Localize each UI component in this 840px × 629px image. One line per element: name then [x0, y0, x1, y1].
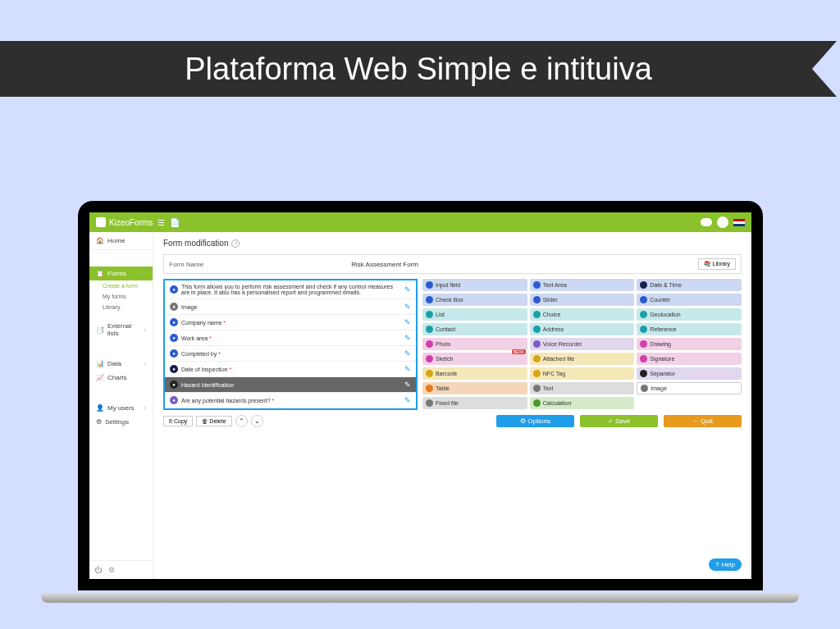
sidebar-item-data[interactable]: 📊 Data‹: [89, 357, 153, 371]
sidebar-item-users[interactable]: 👤 My users‹: [89, 401, 153, 415]
sidebar-item-external[interactable]: 📑 External lists‹: [89, 319, 153, 340]
palette-item[interactable]: Geolocation: [637, 308, 742, 321]
avatar[interactable]: [717, 217, 728, 228]
edit-field-icon[interactable]: ✎: [404, 303, 411, 311]
sidebar-item-home[interactable]: 🏠 Home: [89, 232, 153, 250]
menu-icon[interactable]: ☰: [158, 218, 165, 227]
sidebar-item-charts[interactable]: 📈 Charts: [89, 371, 153, 385]
palette-item[interactable]: Input field: [422, 279, 527, 291]
form-name-value[interactable]: Risk Assessment Form: [351, 261, 418, 268]
palette-label: Signature: [650, 356, 674, 362]
palette-label: Fixed file: [436, 400, 459, 406]
palette-item[interactable]: Fixed file: [422, 397, 527, 409]
palette-item[interactable]: Contact: [422, 323, 527, 335]
palette-icon: [533, 296, 541, 303]
edit-field-icon[interactable]: ✎: [404, 396, 411, 404]
palette-item[interactable]: Slider: [530, 294, 635, 306]
help-button[interactable]: ? Help: [709, 558, 742, 571]
save-button[interactable]: ✓ Save: [580, 415, 658, 427]
palette-icon: [426, 340, 433, 348]
palette-label: Contact: [436, 326, 455, 332]
palette-icon: [426, 399, 433, 407]
palette-icon: [426, 326, 433, 333]
cloud-icon[interactable]: [701, 218, 712, 226]
delete-button[interactable]: 🗑 Delete: [196, 416, 231, 426]
palette-item[interactable]: Photo: [422, 338, 527, 350]
sidebar-item-settings[interactable]: ⚙ Settings: [89, 415, 153, 429]
palette-label: Text Area: [543, 282, 567, 288]
palette-label: Address: [543, 326, 564, 332]
palette-icon: [533, 399, 541, 407]
library-button[interactable]: 📚 Library: [698, 258, 736, 270]
form-field[interactable]: ●Work area *✎: [165, 330, 416, 346]
edit-field-icon[interactable]: ✎: [404, 349, 411, 358]
palette-icon: [640, 296, 647, 303]
palette-item[interactable]: Reference: [637, 323, 742, 335]
palette-item[interactable]: Counter: [637, 294, 742, 306]
options-button[interactable]: ⚙ Options: [496, 415, 574, 427]
chevron-left-icon: ‹: [144, 405, 146, 411]
palette-icon: [426, 281, 433, 289]
edit-field-icon[interactable]: ✎: [404, 381, 411, 389]
sidebar-item-forms[interactable]: 📋 Forms⌄: [89, 267, 153, 280]
palette-label: Reference: [650, 326, 676, 332]
flag-icon[interactable]: [733, 219, 745, 226]
edit-field-icon[interactable]: ✎: [404, 334, 411, 342]
palette-item[interactable]: Address: [530, 323, 635, 335]
palette-item[interactable]: Image: [637, 382, 742, 394]
palette-item[interactable]: SketchBETA: [422, 353, 527, 365]
palette-label: Date & Time: [650, 282, 682, 288]
edit-field-icon[interactable]: ✎: [404, 365, 411, 373]
sidebar-label: Data: [107, 360, 121, 367]
banner-text: Plataforma Web Simple e intituiva: [185, 52, 652, 87]
copy-button[interactable]: ⎘ Copy: [163, 416, 193, 426]
palette-item[interactable]: Text Area: [530, 279, 635, 291]
palette-item[interactable]: Barcode: [422, 367, 527, 380]
palette-label: NFC Tag: [543, 371, 566, 376]
palette-item[interactable]: Check Box: [422, 294, 527, 306]
palette-item[interactable]: Choice: [530, 308, 635, 321]
palette-item[interactable]: Text: [530, 382, 635, 394]
palette-label: Geolocation: [650, 312, 680, 317]
palette-item[interactable]: Signature: [637, 353, 742, 365]
palette-item[interactable]: NFC Tag: [530, 367, 635, 380]
palette-item[interactable]: Calculation: [530, 397, 635, 409]
sidebar-sub-myforms[interactable]: My forms: [89, 291, 153, 302]
palette-icon: [640, 311, 647, 318]
sidebar-sub-create[interactable]: Create a form: [89, 280, 153, 291]
form-field[interactable]: ●Hazard Identification✎: [165, 377, 416, 393]
move-down-button[interactable]: ⌄: [251, 415, 263, 427]
form-field[interactable]: ●This form allows you to perform risk as…: [165, 280, 416, 299]
palette-item[interactable]: Attached file: [530, 353, 635, 365]
settings-icon[interactable]: ⚙: [108, 566, 115, 574]
sidebar-label: My users: [107, 404, 134, 412]
palette-item[interactable]: Voice Recorder: [530, 338, 635, 350]
palette-icon: [533, 355, 541, 362]
chevron-down-icon: ⌄: [141, 271, 146, 277]
palette-icon: [426, 355, 433, 362]
form-field[interactable]: ●Completed by *✎: [165, 346, 416, 362]
power-icon[interactable]: ⏻: [94, 566, 102, 574]
sidebar-sub-library[interactable]: Library: [89, 302, 153, 312]
form-name-label: Form Name: [169, 261, 203, 268]
form-field[interactable]: ●Company name *✎: [165, 315, 416, 330]
brand[interactable]: KizeoForms: [96, 217, 153, 227]
quit-button[interactable]: ← Quit: [664, 415, 742, 427]
palette-item[interactable]: Date & Time: [637, 279, 742, 291]
edit-field-icon[interactable]: ✎: [404, 318, 411, 326]
palette-item[interactable]: List: [422, 308, 527, 321]
help-icon[interactable]: ?: [231, 239, 240, 248]
form-field[interactable]: ●Image✎: [165, 299, 416, 315]
move-up-button[interactable]: ⌃: [235, 415, 248, 427]
field-type-icon: ●: [170, 365, 178, 373]
palette-item[interactable]: Drawing: [637, 338, 742, 350]
palette-icon: [533, 385, 541, 392]
field-label: Hazard Identification: [181, 382, 401, 388]
palette-item[interactable]: Table: [422, 382, 527, 394]
palette-label: List: [436, 312, 445, 317]
form-field[interactable]: ●Are any potential hazards present? *✎: [165, 393, 416, 408]
doc-icon[interactable]: 📄: [170, 218, 180, 227]
palette-item[interactable]: Separator: [637, 367, 742, 380]
edit-field-icon[interactable]: ✎: [404, 285, 411, 294]
form-field[interactable]: ●Date of Inspection *✎: [165, 362, 416, 377]
